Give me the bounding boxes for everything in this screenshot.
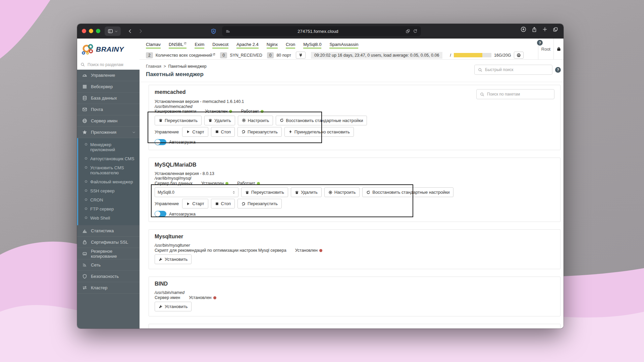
submenu-item-file-manager[interactable]: Файловый менеджер — [78, 177, 140, 186]
print-stats-button[interactable] — [514, 52, 524, 59]
page-header-row: Главная > Пакетный менеджер Пакетный мен… — [140, 60, 564, 82]
sidebar-item-statistics[interactable]: Статистика — [77, 225, 140, 237]
nav-link-cron[interactable]: Cron — [286, 42, 295, 49]
lock-icon — [82, 240, 87, 245]
nav-link-apache[interactable]: Apache 2.4 — [236, 42, 259, 49]
submenu-item-cms-autoinstaller[interactable]: Автоустановщик CMS — [78, 154, 140, 163]
autoload-toggle[interactable] — [155, 211, 166, 217]
brand-logo[interactable]: BRAINY — [77, 39, 140, 60]
share-icon[interactable] — [532, 27, 537, 32]
sidebar-item-network[interactable]: Сеть — [77, 259, 140, 271]
package-description: Сервер баз данных — [155, 181, 193, 186]
back-button[interactable] — [125, 26, 135, 36]
help-icon[interactable] — [537, 40, 543, 46]
forward-button[interactable] — [136, 26, 145, 36]
nav-link-clamav[interactable]: Clamav — [146, 42, 161, 49]
nav-link-nginx[interactable]: Nginx — [267, 42, 278, 49]
autoload-toggle[interactable] — [155, 139, 166, 145]
brand-name: BRAINY — [96, 45, 124, 53]
search-icon — [480, 92, 484, 97]
configure-button[interactable]: Настроить — [238, 116, 273, 125]
sidebar-item-security[interactable]: Безопасность — [77, 271, 140, 282]
package-path: /var/lib/mysql/mysql — [155, 176, 554, 181]
close-window-button[interactable] — [82, 29, 86, 33]
sidebar-item-management[interactable]: Управление — [77, 70, 140, 81]
reload-icon[interactable] — [413, 29, 418, 34]
nav-link-exim[interactable]: Exim — [195, 42, 204, 49]
new-tab-icon[interactable] — [542, 27, 547, 32]
sidebar-item-mail[interactable]: Почта — [77, 104, 140, 115]
submenu-item-cron[interactable]: CRON — [78, 195, 140, 204]
start-button[interactable]: Старт — [182, 127, 208, 137]
nav-link-dovecot[interactable]: Dovecot — [212, 42, 228, 49]
status-dot-green — [257, 182, 260, 185]
minimize-window-button[interactable] — [89, 29, 93, 33]
status-dot-green — [225, 182, 228, 185]
submenu-item-ssh-server[interactable]: SSH сервер — [78, 186, 140, 195]
submenu-item-install-cms[interactable]: Установить CMS пользователю — [78, 163, 140, 177]
sidebar-search-input[interactable] — [88, 62, 136, 67]
restart-button[interactable]: Перезапустить — [237, 127, 282, 137]
downloads-icon[interactable] — [521, 26, 526, 32]
force-stop-button[interactable]: Принудительно остановить — [284, 127, 354, 137]
chevron-right-icon — [138, 29, 143, 34]
delete-button[interactable]: Удалить — [204, 116, 235, 125]
logout-lock-button[interactable] — [553, 39, 564, 59]
submenu-item-web-shell[interactable]: Web Shell — [78, 214, 140, 223]
submenu-item-app-manager[interactable]: Менеджер приложений — [78, 140, 140, 154]
restore-defaults-button[interactable]: Восстановить стандартные настройки — [362, 187, 453, 197]
mysql-version-select[interactable]: MySql8.0 — [155, 187, 238, 197]
help-icon[interactable] — [555, 67, 561, 73]
sidebar-item-ssl-certificates[interactable]: Сертификаты SSL — [77, 237, 140, 248]
configure-button[interactable]: Настроить — [324, 187, 360, 197]
install-button[interactable]: Установить — [155, 302, 192, 311]
reader-icon[interactable] — [225, 29, 230, 34]
quick-search-input[interactable] — [485, 67, 549, 72]
nav-link-spamassassin[interactable]: SpamAssassin — [329, 42, 358, 49]
trash-icon — [159, 118, 163, 122]
stop-button[interactable]: Стоп — [211, 127, 235, 137]
sidebar-item-applications[interactable]: Приложения — [77, 127, 140, 138]
start-button[interactable]: Старт — [182, 199, 208, 208]
address-bar[interactable]: 274751.fornex.cloud — [222, 26, 421, 36]
restore-defaults-button[interactable]: Восстановить стандартные настройки — [276, 116, 367, 125]
running-status: Работает — [241, 109, 264, 114]
tab-overview-icon[interactable] — [553, 27, 558, 32]
bullet-icon — [85, 189, 87, 192]
sidebar-item-backup[interactable]: Резервное копирование — [77, 248, 140, 259]
stop-button[interactable]: Стоп — [211, 199, 235, 208]
gear-icon — [242, 118, 246, 122]
breadcrumb-home[interactable]: Главная — [146, 64, 161, 69]
reinstall-button[interactable]: Переустановить — [241, 187, 288, 197]
package-title: NodeJS — [155, 328, 554, 328]
sidebar-item-database[interactable]: База данных — [77, 93, 140, 104]
disk-mount-label: / — [450, 53, 451, 58]
zoom-window-button[interactable] — [96, 29, 100, 33]
trash-icon — [295, 190, 299, 194]
nav-link-dnsbl[interactable]: DNSBL — [169, 42, 186, 49]
url-text: 274751.fornex.cloud — [230, 29, 406, 34]
package-title: Mysqltuner — [155, 234, 554, 240]
sidebar-item-webserver[interactable]: Вебсервер — [77, 81, 140, 93]
breadcrumb-separator: > — [164, 64, 166, 69]
restart-button[interactable]: Перезапустить — [237, 199, 282, 208]
sidebar-item-cluster[interactable]: Кластер — [77, 282, 140, 294]
chevron-down-icon — [115, 30, 118, 33]
privacy-shield-button[interactable] — [209, 26, 218, 36]
install-button[interactable]: Установить — [155, 254, 192, 264]
nav-link-mysql[interactable]: MySql8.0 — [303, 42, 321, 49]
connections-label[interactable]: Количество всех соединений — [156, 53, 216, 58]
browser-titlebar: 274751.fornex.cloud — [77, 24, 564, 39]
delete-button[interactable]: Удалить — [291, 187, 322, 197]
sidebar-item-nameserver[interactable]: Сервер имен — [77, 115, 140, 127]
package-version: Установленная версия - memcached 1.6.140… — [155, 99, 554, 104]
translate-icon[interactable] — [406, 29, 410, 34]
connections-plug-button[interactable] — [296, 52, 306, 59]
top-header: Clamav DNSBL Exim Dovecot Apache 2.4 Ngi… — [140, 39, 564, 60]
package-search-input[interactable] — [487, 92, 551, 97]
sidebar-toggle-button[interactable] — [105, 26, 121, 36]
package-title: BIND — [155, 281, 554, 287]
reinstall-button[interactable]: Переустановить — [155, 116, 202, 125]
shield-pause-icon — [211, 28, 216, 34]
submenu-item-ftp-server[interactable]: FTP сервер — [78, 204, 140, 214]
